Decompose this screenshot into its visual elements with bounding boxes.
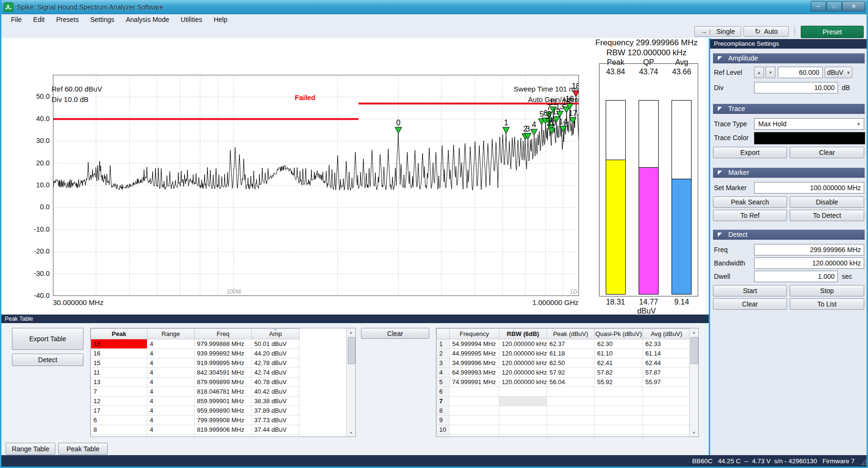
trace-clear-button[interactable]: Clear [790,147,864,158]
table-row[interactable]: 74818.046781 MHz40.42 dBuV [91,387,300,397]
table-row[interactable]: 7 [437,397,691,406]
peak-col-range[interactable]: Range [147,329,195,339]
tab-peak-table[interactable]: Peak Table [58,443,108,455]
table-row[interactable]: 54779.999910 MHz37.36 dBuV [91,435,300,437]
div-input[interactable]: 10.000 [754,82,838,93]
ref-level-down-icon[interactable]: ▼ [765,67,775,78]
menu-item-settings[interactable]: Settings [84,15,120,24]
menu-item-help[interactable]: Help [208,15,233,24]
detect-to-list-button[interactable]: To List [790,298,864,310]
detect-col-row[interactable] [437,329,450,339]
menu-bar: FileEditPresetsSettingsAnalysis ModeUtil… [1,14,868,25]
detect-col-rbw-6db-[interactable]: RBW (6dB) [499,329,547,339]
spectrum-plot[interactable]: 100M1G0123456789101112131415161718 [53,75,579,296]
minimize-icon[interactable]: ─ [811,1,826,11]
preset-button[interactable]: Preset [801,26,864,38]
peak-col-peak[interactable]: Peak [91,329,147,339]
export-table-button[interactable]: Export Table [12,328,83,350]
peak-table[interactable]: PeakRangeFreq▾Amp184979.999888 MHz50.01 … [90,328,356,437]
tab-range-table[interactable]: Range Table [6,443,55,455]
table-row[interactable]: 244.999995 MHz120.000000 kHz61.1861.1061… [437,349,691,358]
table-row[interactable]: 184979.999888 MHz50.01 dBuV [91,339,300,349]
scroll-down-icon[interactable]: ▼ [690,429,698,437]
table-row[interactable]: 164939.999892 MHz44.20 dBuV [91,349,300,358]
detect-clear-button[interactable]: Clear [713,298,787,310]
marker-disable-button[interactable]: Disable [790,196,864,208]
peak-col-amp[interactable]: ▾Amp [252,329,300,339]
resize-grip[interactable] [860,459,866,465]
chevron-down-icon: ▾ [857,121,860,127]
table-row[interactable]: 64799.999908 MHz37.73 dBuV [91,416,300,425]
marker-to-ref-button[interactable]: To Ref [713,210,787,221]
ref-level-up-icon[interactable]: ▲ [754,67,764,78]
close-icon[interactable]: ✕ [842,1,865,11]
trace-type-dropdown[interactable]: Max Hold▾ [754,118,864,130]
scroll-up-icon[interactable]: ▲ [690,328,698,336]
detect-button[interactable]: Detect [12,354,83,366]
peak-search-button[interactable]: Peak Search [713,196,787,208]
peak-marker-1[interactable] [503,127,509,133]
menu-item-utilities[interactable]: Utilities [175,15,208,24]
table-row[interactable]: 464.999993 MHz120.000000 kHz57.9257.8257… [437,368,691,377]
table-row[interactable]: 11 [437,435,691,437]
scroll-thumb[interactable] [691,337,698,364]
peak-col-freq[interactable]: Freq [195,329,252,339]
collapse-icon[interactable] [718,233,722,237]
trace-export-button[interactable]: Export [713,147,787,158]
ref-level-input[interactable]: 60.000 [778,67,823,78]
table-row[interactable]: 174959.999890 MHz37.89 dBuV [91,406,300,416]
title-bar[interactable]: Spike: Signal Hound Spectrum Analyzer So… [0,0,868,14]
table-row[interactable]: 124859.999901 MHz38.38 dBuV [91,397,300,406]
collapse-icon[interactable] [718,171,722,175]
menu-item-analysis-mode[interactable]: Analysis Mode [120,15,175,24]
set-marker-input[interactable]: 100.000000 MHz [754,182,864,193]
scroll-up-icon[interactable]: ▲ [347,328,355,336]
auto-sweep-button[interactable]: ↻ Auto [744,26,789,37]
detect-col-peak-dbuv-[interactable]: Peak (dBuV) [547,329,595,339]
detect-table-scrollbar[interactable]: ▲ ▼ [689,328,698,437]
table-row[interactable]: 114842.304591 MHz42.74 dBuV [91,368,300,377]
detect-col-frequency[interactable]: Frequency [450,329,499,339]
clear-list-button[interactable]: Clear [361,328,429,339]
table-row[interactable]: 334.999996 MHz120.000000 kHz62.5062.4162… [437,358,691,368]
detect-dwell-input[interactable]: 1.000 [754,271,838,282]
ref-level-unit-dropdown[interactable]: dBuV▾ [825,67,852,78]
detect-list-table[interactable]: FrequencyRBW (6dB)Peak (dBuV)Quasi-Pk (d… [436,328,699,437]
table-row[interactable]: 6 [437,387,691,397]
trace-color-swatch[interactable] [754,132,865,144]
detect-freq-input[interactable]: 299.999966 MHz [754,244,864,255]
peak-marker-0[interactable] [395,127,402,133]
scroll-down-icon[interactable]: ▼ [347,429,355,437]
table-row[interactable]: 8 [437,406,691,416]
marker-to-detect-button[interactable]: To Detect [790,210,864,221]
menu-item-presets[interactable]: Presets [51,15,84,24]
detect-stop-button[interactable]: Stop [790,285,864,296]
menu-item-edit[interactable]: Edit [28,15,51,24]
section-amplitude[interactable]: Amplitude [713,53,865,63]
scroll-thumb[interactable] [348,337,355,364]
section-marker[interactable]: Marker [713,168,865,178]
peak-marker-label-3: 3 [526,125,530,133]
section-trace[interactable]: Trace [713,104,865,114]
single-sweep-button[interactable]: →⋮ Single [694,26,741,37]
table-row[interactable]: 134879.999899 MHz40.78 dBuV [91,377,300,387]
collapse-icon[interactable] [718,107,722,111]
table-row[interactable]: 154919.999895 MHz42.78 dBuV [91,358,300,368]
table-row[interactable]: 154.999994 MHz120.000000 kHz62.3762.3062… [437,339,691,349]
collapse-icon[interactable] [718,56,722,61]
peak-marker-4[interactable] [531,129,537,135]
maximize-icon[interactable]: □ [827,1,842,11]
peak-table-scrollbar[interactable]: ▲ ▼ [346,328,355,437]
table-row[interactable]: 84819.999906 MHz37.44 dBuV [91,425,300,435]
detect-col-quasi-pk-dbuv-[interactable]: Quasi-Pk (dBuV) [595,329,643,339]
table-row[interactable]: 9 [437,416,691,425]
table-row[interactable]: 574.999991 MHz120.000000 kHz56.0455.9255… [437,377,691,387]
peak-table-panel-titlebar[interactable]: Peak Table [1,315,709,323]
section-detect[interactable]: Detect [713,230,865,240]
detect-bandwidth-input[interactable]: 120.000000 kHz [754,257,864,269]
detect-start-button[interactable]: Start [713,285,787,296]
table-row[interactable]: 10 [437,425,691,435]
toolbar: →⋮ Single ↻ Auto Preset [1,25,867,39]
menu-item-file[interactable]: File [5,15,28,24]
detect-col-avg-dbuv-[interactable]: Avg (dBuV) [643,329,691,339]
